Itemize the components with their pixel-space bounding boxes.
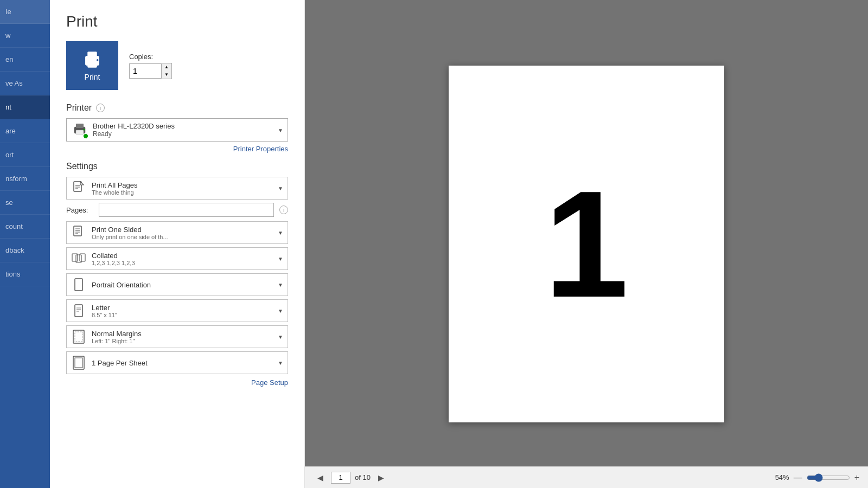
page-setup-link[interactable]: Page Setup <box>66 378 288 387</box>
svg-rect-24 <box>75 305 82 317</box>
collated-arrow: ▼ <box>278 256 283 262</box>
print-all-pages-dropdown[interactable]: Print All Pages The whole thing ▼ <box>66 177 288 200</box>
margins-doc-icon <box>73 330 85 344</box>
sidebar-item-open[interactable]: en <box>0 48 50 72</box>
prev-page-button[interactable]: ◀ <box>314 471 327 484</box>
sidebar-item-export[interactable]: ort <box>0 143 50 167</box>
copies-group: Copies: ▲ ▼ <box>129 53 172 79</box>
collated-main: Collated <box>92 252 135 260</box>
main-content: Print Print Copies: <box>50 0 868 488</box>
svg-rect-8 <box>76 124 84 128</box>
copies-input[interactable] <box>129 63 162 79</box>
printer-status: Ready <box>93 130 175 138</box>
printer-info-icon[interactable]: i <box>96 104 105 112</box>
sidebar-item-transform[interactable]: nsform <box>0 167 50 191</box>
pages-row: Pages: i <box>66 203 288 217</box>
sidebar-item-print[interactable]: nt <box>0 95 50 119</box>
print-all-pages-sub: The whole thing <box>92 189 138 196</box>
collated-dropdown[interactable]: Collated 1,2,3 1,2,3 1,2,3 ▼ <box>66 247 288 270</box>
per-sheet-icon <box>73 356 85 370</box>
printer-section: Printer i Brother HL-L2320D series <box>66 103 288 153</box>
printer-section-header: Printer i <box>66 103 288 113</box>
pages-label: Pages: <box>66 206 93 214</box>
print-one-sided-dropdown[interactable]: Print One Sided Only print on one side o… <box>66 221 288 244</box>
letter-icon <box>74 304 84 317</box>
page-navigation: ◀ of 10 ▶ <box>314 471 388 484</box>
paper-size-arrow: ▼ <box>278 308 283 314</box>
printer-info: Brother HL-L2320D series Ready <box>93 122 175 138</box>
print-panel: Print Print Copies: <box>50 0 305 488</box>
print-all-pages-text: Print All Pages The whole thing <box>92 181 138 196</box>
next-page-button[interactable]: ▶ <box>375 471 388 484</box>
zoom-slider[interactable] <box>807 473 850 482</box>
sidebar: Ie w en ve As nt are ort nsform se count… <box>0 0 50 488</box>
pages-per-sheet-text: 1 Page Per Sheet <box>92 359 148 367</box>
settings-section: Settings Print All Pages The whole thing <box>66 162 288 387</box>
orientation-arrow: ▼ <box>278 282 283 288</box>
zoom-plus-button[interactable]: + <box>854 473 859 483</box>
zoom-bar: 54% — + <box>775 473 859 483</box>
svg-point-10 <box>84 129 85 130</box>
margins-arrow: ▼ <box>278 334 283 340</box>
printer-icon <box>82 50 102 69</box>
printer-dropdown[interactable]: Brother HL-L2320D series Ready ▼ <box>66 118 288 142</box>
margins-sub: Left: 1" Right: 1" <box>92 338 142 344</box>
copies-decrement[interactable]: ▼ <box>162 71 171 79</box>
svg-rect-31 <box>75 358 82 368</box>
svg-rect-9 <box>76 130 84 134</box>
page-title: Print <box>66 13 288 30</box>
copies-increment[interactable]: ▲ <box>162 63 171 71</box>
settings-section-title: Settings <box>66 162 98 171</box>
page-of-label: of 10 <box>355 473 371 481</box>
orientation-dropdown[interactable]: Portrait Orientation ▼ <box>66 273 288 296</box>
preview-page-number: 1 <box>544 168 629 320</box>
total-pages: 10 <box>362 473 370 481</box>
paper-size-main: Letter <box>92 304 117 312</box>
sidebar-item-options[interactable]: tions <box>0 262 50 286</box>
zoom-minus-button[interactable]: — <box>794 473 802 483</box>
printer-dropdown-arrow: ▼ <box>278 127 283 133</box>
margins-main: Normal Margins <box>92 330 142 338</box>
sidebar-item-new[interactable]: w <box>0 24 50 48</box>
printer-status-dot <box>83 133 88 139</box>
margins-dropdown[interactable]: Normal Margins Left: 1" Right: 1" ▼ <box>66 325 288 348</box>
print-all-pages-main: Print All Pages <box>92 181 138 189</box>
printer-properties-link[interactable]: Printer Properties <box>66 145 288 153</box>
paper-size-dropdown[interactable]: Letter 8.5" x 11" ▼ <box>66 299 288 322</box>
printer-icon-wrap <box>72 123 87 138</box>
doc-icon <box>73 181 85 195</box>
current-page-input[interactable] <box>331 472 350 484</box>
print-one-sided-icon <box>71 225 86 240</box>
collated-sub: 1,2,3 1,2,3 1,2,3 <box>92 260 135 266</box>
paper-size-sub: 8.5" x 11" <box>92 312 117 318</box>
collated-text: Collated 1,2,3 1,2,3 1,2,3 <box>92 252 135 266</box>
print-all-pages-arrow: ▼ <box>278 185 283 191</box>
svg-rect-29 <box>75 332 82 342</box>
orientation-icon <box>71 277 86 292</box>
print-all-pages-icon <box>71 181 86 196</box>
sidebar-item-account[interactable]: count <box>0 215 50 239</box>
orientation-text: Portrait Orientation <box>92 281 151 289</box>
pages-per-sheet-dropdown[interactable]: 1 Page Per Sheet ▼ <box>66 351 288 374</box>
print-button-label: Print <box>85 73 100 81</box>
sidebar-item-share[interactable]: are <box>0 119 50 143</box>
pages-info-icon[interactable]: i <box>279 206 288 214</box>
sidebar-item-feedback[interactable]: dback <box>0 239 50 262</box>
paper-size-icon <box>71 303 86 318</box>
sidebar-item-close[interactable]: se <box>0 191 50 215</box>
print-top-row: Print Copies: ▲ ▼ <box>66 41 288 90</box>
print-one-sided-arrow: ▼ <box>278 230 283 236</box>
collated-icon <box>71 251 86 266</box>
sidebar-item-save-as[interactable]: ve As <box>0 72 50 95</box>
svg-rect-23 <box>75 279 82 291</box>
orientation-main: Portrait Orientation <box>92 281 151 289</box>
sidebar-item-ie[interactable]: Ie <box>0 0 50 24</box>
printer-section-title: Printer <box>66 103 92 113</box>
print-button[interactable]: Print <box>66 41 118 90</box>
pages-input[interactable] <box>99 203 274 217</box>
sided-icon <box>73 226 85 240</box>
pages-per-sheet-icon <box>71 355 86 370</box>
copies-label: Copies: <box>129 53 172 61</box>
printer-name: Brother HL-L2320D series <box>93 122 175 130</box>
print-one-sided-sub: Only print on one side of th... <box>92 234 168 240</box>
